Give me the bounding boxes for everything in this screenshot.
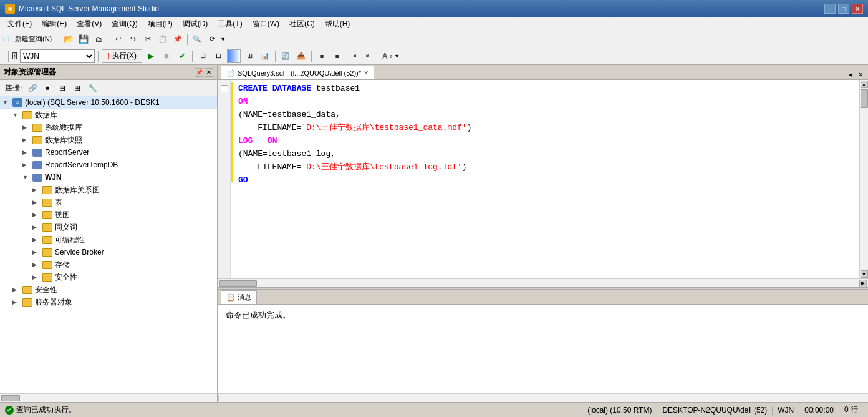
tb2-btn-5[interactable]: 📊 bbox=[258, 49, 272, 63]
menu-tools[interactable]: 工具(T) bbox=[213, 17, 247, 31]
oe-btn-4[interactable]: ⊞ bbox=[70, 82, 84, 94]
tb2-btn-3[interactable] bbox=[227, 49, 241, 63]
tree-node-wjn[interactable]: ▼ WJN bbox=[0, 171, 217, 184]
tb-btn-7[interactable]: ⟳ bbox=[205, 32, 219, 46]
menu-project[interactable]: 项目(P) bbox=[143, 17, 178, 31]
tree-node-storage[interactable]: ▶ 存储 bbox=[0, 258, 217, 271]
close-button[interactable]: ✕ bbox=[852, 4, 863, 14]
tree-node-system-db[interactable]: ▶ 系统数据库 bbox=[0, 121, 217, 134]
databases-expand-icon[interactable]: ▼ bbox=[12, 112, 20, 118]
tab-close-icon[interactable]: ✕ bbox=[364, 69, 369, 76]
menu-help[interactable]: 帮助(H) bbox=[320, 17, 355, 31]
save-button[interactable]: 💾 bbox=[77, 32, 90, 46]
server-objects-expand-icon[interactable]: ▶ bbox=[12, 299, 20, 305]
tree-node-service-broker[interactable]: ▶ Service Broker bbox=[0, 246, 217, 258]
wjn-expand-icon[interactable]: ▼ bbox=[22, 174, 30, 180]
menu-query[interactable]: 查询(Q) bbox=[107, 17, 142, 31]
snapshots-expand-icon[interactable]: ▶ bbox=[22, 137, 30, 143]
code-content[interactable]: CREATE DATABASE testbase1 ON (NAME=testb… bbox=[233, 80, 859, 278]
tb-btn-1[interactable]: ↩ bbox=[111, 32, 125, 46]
stop-button[interactable]: ■ bbox=[160, 49, 173, 63]
editor-tab-active[interactable]: 📄 SQLQuery3.sql - (l...2QUUQU\dell (52))… bbox=[221, 66, 374, 79]
tab-close-button[interactable]: ✕ bbox=[856, 69, 866, 79]
menu-file[interactable]: 文件(F) bbox=[2, 17, 37, 31]
tb2-btn-9[interactable]: ≡ bbox=[330, 49, 344, 63]
tb2-btn-8[interactable]: ≡ bbox=[315, 49, 329, 63]
editor-h-scroll[interactable]: ▶ bbox=[218, 278, 868, 287]
tree-node-security-top[interactable]: ▶ 安全性 bbox=[0, 283, 217, 296]
messages-h-scroll[interactable] bbox=[218, 393, 868, 402]
prog-expand-icon[interactable]: ▶ bbox=[32, 237, 40, 243]
tb2-btn-6[interactable]: 🔄 bbox=[279, 49, 292, 63]
tree-node-snapshots[interactable]: ▶ 数据库快照 bbox=[0, 134, 217, 146]
connect-label[interactable]: 连接· bbox=[2, 81, 24, 94]
oe-btn-2[interactable]: ■ bbox=[41, 82, 54, 94]
views-expand-icon[interactable]: ▶ bbox=[32, 212, 40, 218]
open-button[interactable]: 📂 bbox=[62, 32, 75, 46]
save-all-button[interactable]: 🗂 bbox=[92, 32, 105, 46]
oe-h-scroll[interactable] bbox=[0, 393, 217, 402]
menu-community[interactable]: 社区(C) bbox=[284, 17, 320, 31]
tree-node-server-objects[interactable]: ▶ 服务器对象 bbox=[0, 296, 217, 308]
tree-node-programmability[interactable]: ▶ 可编程性 bbox=[0, 233, 217, 246]
tb-btn-2[interactable]: ↪ bbox=[126, 32, 140, 46]
tb2-btn-2[interactable]: ⊟ bbox=[211, 49, 225, 63]
editor-tab-bar: 📄 SQLQuery3.sql - (l...2QUUQU\dell (52))… bbox=[218, 65, 868, 80]
tb-btn-3[interactable]: ✂ bbox=[141, 32, 155, 46]
tree-node-tables[interactable]: ▶ 表 bbox=[0, 196, 217, 208]
tree-node-views[interactable]: ▶ 视图 bbox=[0, 208, 217, 221]
oe-close-button[interactable]: ✕ bbox=[205, 68, 213, 77]
fold-marker-1[interactable]: - bbox=[221, 85, 228, 92]
oe-btn-5[interactable]: 🔧 bbox=[85, 82, 99, 94]
service-broker-expand-icon[interactable]: ▶ bbox=[32, 249, 40, 255]
execute-button[interactable]: ! 执行(X) bbox=[102, 49, 142, 63]
tree-node-security-wjn[interactable]: ▶ 安全性 bbox=[0, 271, 217, 283]
tables-expand-icon[interactable]: ▶ bbox=[32, 199, 40, 205]
storage-expand-icon[interactable]: ▶ bbox=[32, 262, 40, 268]
tb2-btn-11[interactable]: ⇤ bbox=[362, 49, 375, 63]
tab-pin-button[interactable]: ◄ bbox=[846, 69, 856, 79]
security-wjn-expand-icon[interactable]: ▶ bbox=[32, 274, 40, 280]
folder-icon-diagrams bbox=[42, 186, 52, 194]
tb-btn-5[interactable]: 📌 bbox=[171, 32, 185, 46]
debug-button[interactable]: ▶ bbox=[144, 49, 158, 63]
messages-tab[interactable]: 📋 消息 bbox=[221, 290, 257, 304]
tree-node-synonyms[interactable]: ▶ 同义词 bbox=[0, 221, 217, 233]
tb-btn-4[interactable]: 📋 bbox=[156, 32, 170, 46]
dropdown-arrow[interactable]: ▼ bbox=[220, 36, 226, 42]
toolbar2-dropdown[interactable]: ▼ bbox=[394, 53, 400, 59]
tree-node-diagrams[interactable]: ▶ 数据库关系图 bbox=[0, 184, 217, 196]
reportserver-temp-expand-icon[interactable]: ▶ bbox=[22, 162, 30, 168]
tree-node-reportserver-temp[interactable]: ▶ ReportServerTempDB bbox=[0, 159, 217, 171]
tb2-btn-4[interactable]: ⊞ bbox=[243, 49, 256, 63]
system-db-expand-icon[interactable]: ▶ bbox=[22, 124, 30, 130]
tb2-btn-10[interactable]: ⇥ bbox=[346, 49, 360, 63]
maximize-button[interactable]: □ bbox=[838, 4, 849, 14]
database-selector[interactable]: WJN bbox=[20, 49, 95, 63]
diagrams-expand-icon[interactable]: ▶ bbox=[32, 187, 40, 193]
tree-node-reportserver[interactable]: ▶ ReportServer bbox=[0, 146, 217, 159]
server-expand-icon[interactable]: ▼ bbox=[2, 99, 10, 105]
tree-node-server[interactable]: ▼ ⊞ (local) (SQL Server 10.50.1600 - DES… bbox=[0, 96, 217, 109]
minimize-button[interactable]: ─ bbox=[824, 4, 836, 14]
tb-btn-6[interactable]: 🔍 bbox=[190, 32, 204, 46]
tb2-btn-7[interactable]: 📥 bbox=[294, 49, 308, 63]
security-top-expand-icon[interactable]: ▶ bbox=[12, 287, 20, 293]
oe-btn-3[interactable]: ⊟ bbox=[55, 82, 69, 94]
editor-v-scrollbar[interactable]: ▲ ▼ bbox=[859, 80, 868, 278]
tree-node-databases[interactable]: ▼ 数据库 bbox=[0, 109, 217, 121]
reportserver-expand-icon[interactable]: ▶ bbox=[22, 149, 30, 155]
oe-pin-button[interactable]: 📌 bbox=[195, 68, 203, 77]
synonyms-expand-icon[interactable]: ▶ bbox=[32, 224, 40, 230]
h-scroll-right[interactable]: ▶ bbox=[859, 280, 867, 287]
oe-btn-1[interactable]: 🔗 bbox=[26, 82, 39, 94]
check-button[interactable]: ✔ bbox=[175, 49, 189, 63]
menu-window[interactable]: 窗口(W) bbox=[248, 17, 284, 31]
oe-toolbar: 连接· 🔗 ■ ⊟ ⊞ 🔧 bbox=[0, 80, 217, 96]
menu-edit[interactable]: 编辑(E) bbox=[37, 17, 72, 31]
tb2-btn-1[interactable]: ⊞ bbox=[196, 49, 210, 63]
menu-view[interactable]: 查看(V) bbox=[72, 17, 107, 31]
folder-icon-security-top bbox=[22, 286, 32, 294]
menu-debug[interactable]: 调试(D) bbox=[178, 17, 213, 31]
new-query-button[interactable]: 新建查询(N) bbox=[11, 32, 56, 46]
